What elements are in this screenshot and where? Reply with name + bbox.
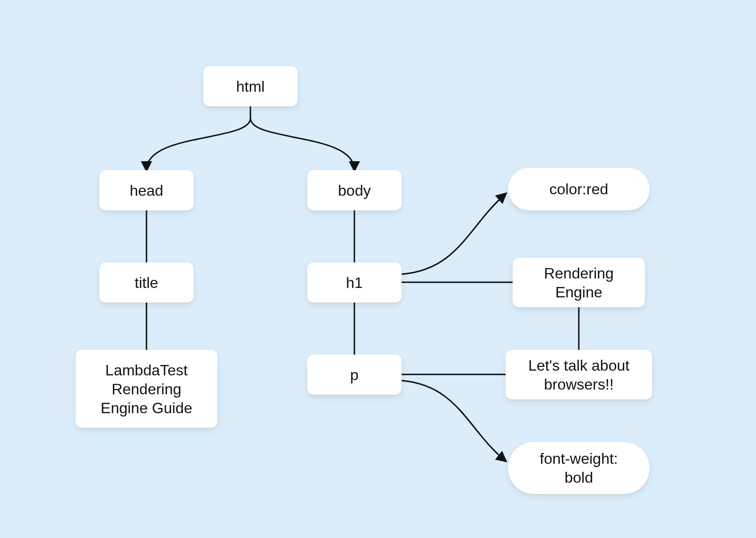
node-html: html (203, 66, 298, 106)
node-p-text: Let's talk about browsers!! (506, 350, 652, 399)
edge-html-to-body (250, 118, 354, 170)
node-h1: h1 (307, 262, 402, 303)
edge-html-to-head (146, 118, 250, 170)
edge-p-to-fontweight (402, 381, 506, 461)
node-body: body (307, 170, 402, 210)
node-title: title (99, 262, 194, 303)
node-title-text: LambdaTest Rendering Engine Guide (76, 350, 217, 428)
edge-h1-to-colorred (402, 194, 506, 274)
node-p: p (307, 355, 402, 395)
node-h1-style: color:red (508, 168, 650, 210)
node-h1-text: Rendering Engine (513, 258, 645, 307)
diagram-canvas: html head body title h1 p LambdaTest Ren… (0, 0, 756, 538)
node-head: head (99, 170, 194, 210)
node-p-style: font-weight: bold (508, 442, 650, 494)
